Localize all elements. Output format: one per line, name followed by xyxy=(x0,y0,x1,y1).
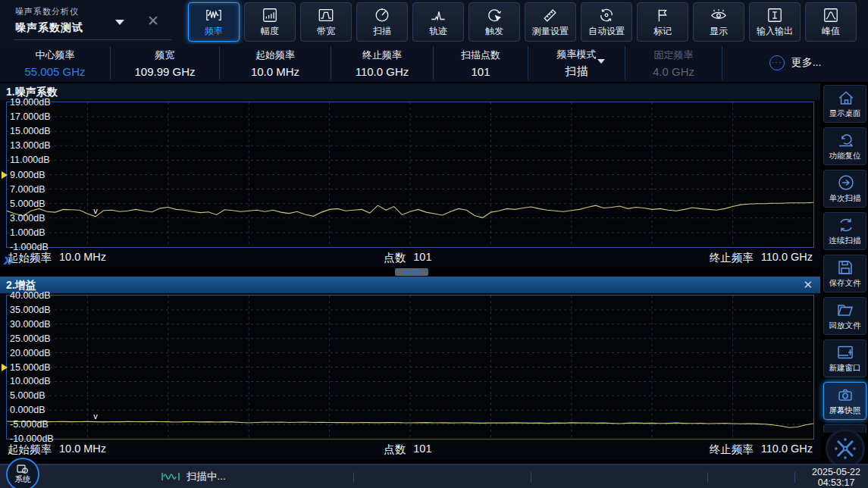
sidebar-item-label: 连续扫描 xyxy=(829,236,861,246)
chart-title-bar-noise-figure[interactable]: 1.噪声系数 xyxy=(0,83,820,100)
sidebar-item-label: 保存文件 xyxy=(829,278,861,289)
param-field-sweep-points[interactable]: 扫描点数101 xyxy=(434,46,528,80)
toolbar-button-amplitude[interactable]: 幅度 xyxy=(244,2,296,42)
param-value: 101 xyxy=(471,65,490,78)
toolbar-button-label: 带宽 xyxy=(317,25,335,38)
ellipsis-icon: ··· xyxy=(769,55,785,70)
toolbar-button-label: 轨迹 xyxy=(429,25,447,38)
navigation-pad-button[interactable] xyxy=(826,429,865,468)
splitter-handle[interactable] xyxy=(395,268,428,276)
measurement-selector[interactable]: 噪声系数分析仪 噪声系数测试 ✕ xyxy=(0,0,179,44)
sidebar-item-label: 功能复位 xyxy=(829,151,861,161)
meas-setup-icon xyxy=(541,7,559,23)
screenshot-icon xyxy=(835,386,855,404)
chart-title-bar-gain[interactable]: 2.增益✕ xyxy=(0,277,820,293)
peak-icon xyxy=(822,7,840,23)
more-button[interactable]: ···更多... xyxy=(722,44,868,82)
single-sweep-icon xyxy=(835,174,855,192)
trace-plot: v xyxy=(7,296,813,439)
datetime: 2025-05-22 04:53:17 xyxy=(812,467,860,488)
param-value: 10.0 MHz xyxy=(251,65,299,78)
toolbar-button-label: 标记 xyxy=(653,25,672,38)
stop-freq-label: 终止频率 xyxy=(710,443,754,457)
param-value: 4.0 GHz xyxy=(653,65,694,78)
toolbar-button-trigger[interactable]: 触发 xyxy=(468,2,520,42)
bandwidth-icon xyxy=(317,7,335,23)
divider xyxy=(794,472,795,483)
chart-window-gain: 2.增益✕v40.000dB35.000dB30.000dB25.000dB20… xyxy=(0,277,820,459)
param-label: 固定频率 xyxy=(654,48,694,62)
toolbar-button-auto-setup[interactable]: 自动设置 xyxy=(581,2,632,42)
toolbar-button-meas-setup[interactable]: 测量设置 xyxy=(525,2,576,42)
sidebar-item-single-sweep[interactable]: 单次扫描 xyxy=(823,170,866,208)
points-value: 101 xyxy=(413,443,431,457)
sidebar-item-new-window[interactable]: 新建窗口 xyxy=(823,339,866,377)
param-label: 频率模式 xyxy=(557,48,597,61)
date-label: 2025-05-22 xyxy=(812,467,860,477)
start-freq-label: 起始频率 xyxy=(8,251,52,265)
sweep-status: 扫描中... xyxy=(161,470,226,483)
sidebar-item-show-desktop[interactable]: 显示桌面 xyxy=(823,85,866,123)
trace-icon xyxy=(429,7,447,23)
system-gear-icon xyxy=(17,465,29,474)
save-file-icon xyxy=(835,258,855,277)
amplitude-icon xyxy=(261,7,279,23)
stop-freq-value: 110.0 GHz xyxy=(761,251,813,265)
toolbar-button-display[interactable]: 显示 xyxy=(693,2,744,42)
sidebar-item-recall-file[interactable]: 回放文件 xyxy=(823,297,866,335)
param-field-start-freq[interactable]: 起始频率10.0 MHz xyxy=(220,46,331,80)
param-label: 扫描点数 xyxy=(461,48,500,62)
display-icon xyxy=(710,7,728,23)
toolbar-button-trace[interactable]: 轨迹 xyxy=(412,2,464,42)
sweep-icon xyxy=(373,7,391,23)
chevron-down-icon[interactable] xyxy=(115,20,124,25)
toolbar-button-sweep[interactable]: 扫描 xyxy=(356,2,408,42)
toolbar-button-marker[interactable]: 标记 xyxy=(637,2,688,42)
sidebar-item-screenshot[interactable]: 屏幕快照 xyxy=(823,382,866,420)
chevron-down-icon[interactable] xyxy=(597,59,605,64)
waveform-icon xyxy=(161,471,180,483)
toolbar-button-label: 显示 xyxy=(710,25,728,38)
toolbar-button-label: 幅度 xyxy=(261,25,279,38)
expand-chevrons-icon[interactable]: » xyxy=(3,249,14,269)
chart-window-noise-figure: 1.噪声系数v19.000dB17.000dB15.000dB13.000dB1… xyxy=(0,83,820,267)
right-sidebar: 显示桌面功能复位单次扫描连续扫描保存文件回放文件新建窗口屏幕快照 xyxy=(823,85,867,433)
toolbar-button-bandwidth[interactable]: 带宽 xyxy=(300,2,352,42)
system-button[interactable]: 系统 xyxy=(6,458,39,488)
sidebar-item-label: 显示桌面 xyxy=(829,108,861,119)
param-label: 起始频率 xyxy=(255,48,295,62)
param-field-freq-mode[interactable]: 频率模式扫描 xyxy=(528,46,625,80)
toolbar-button-peak[interactable]: 峰值 xyxy=(805,2,857,42)
param-field-span[interactable]: 频宽109.99 GHz xyxy=(111,46,220,80)
show-desktop-icon xyxy=(835,89,855,107)
chart-footer-noise-figure: 起始频率10.0 MHz点数101终止频率110.0 GHz xyxy=(0,248,820,267)
trace-marker: v xyxy=(93,206,98,215)
input-output-icon xyxy=(766,7,784,23)
plot-area-gain[interactable]: v40.000dB35.000dB30.000dB25.000dB20.000d… xyxy=(6,295,814,440)
toolbar-button-label: 频率 xyxy=(205,25,223,38)
param-label: 终止频率 xyxy=(362,48,402,62)
noise-figure-analyzer-app: 噪声系数分析仪 噪声系数测试 ✕ 频率幅度带宽扫描轨迹触发测量设置自动设置标记显… xyxy=(0,0,868,488)
close-measurement-icon[interactable]: ✕ xyxy=(147,12,159,30)
auto-setup-icon xyxy=(597,7,616,23)
new-window-icon xyxy=(835,343,855,361)
param-value: 扫描 xyxy=(566,64,588,79)
sidebar-item-continuous-sweep[interactable]: 连续扫描 xyxy=(823,212,866,250)
param-field-stop-freq[interactable]: 终止频率110.0 GHz xyxy=(331,46,434,80)
param-value: 110.0 GHz xyxy=(356,65,409,78)
param-label: 中心频率 xyxy=(36,48,75,62)
reference-level-marker xyxy=(2,171,8,179)
marker-icon xyxy=(653,7,672,23)
top-bar: 噪声系数分析仪 噪声系数测试 ✕ 频率幅度带宽扫描轨迹触发测量设置自动设置标记显… xyxy=(0,0,868,44)
toolbar-button-label: 扫描 xyxy=(373,25,391,38)
plot-area-noise-figure[interactable]: v19.000dB17.000dB15.000dB13.000dB11.000d… xyxy=(6,102,814,248)
parameter-bar: 中心频率55.005 GHz频宽109.99 GHz起始频率10.0 MHz终止… xyxy=(0,44,868,83)
sidebar-item-save-file[interactable]: 保存文件 xyxy=(823,255,866,292)
status-text: 扫描中... xyxy=(186,470,226,483)
toolbar-button-frequency[interactable]: 频率 xyxy=(188,2,240,42)
sidebar-item-function-reset[interactable]: 功能复位 xyxy=(823,127,866,165)
param-field-center-freq[interactable]: 中心频率55.005 GHz xyxy=(0,46,111,80)
toolbar-button-input-output[interactable]: 输入输出 xyxy=(749,2,801,42)
close-window-icon[interactable]: ✕ xyxy=(803,277,813,293)
sidebar-item-label: 单次扫描 xyxy=(829,193,861,204)
